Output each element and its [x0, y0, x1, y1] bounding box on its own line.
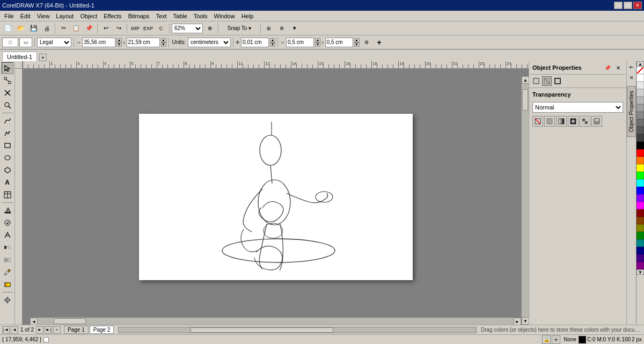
- menu-help[interactable]: Help: [238, 12, 257, 20]
- color-40percent[interactable]: [636, 104, 644, 112]
- status-lock-btn[interactable]: 🔒: [542, 335, 551, 344]
- outline-tool[interactable]: [2, 229, 13, 241]
- hscroll-right-btn[interactable]: ►: [514, 318, 521, 325]
- panel-icon-transparency[interactable]: [542, 76, 552, 86]
- color-dark-purple[interactable]: [636, 254, 644, 262]
- nudge-up[interactable]: ▲: [270, 38, 275, 42]
- new-button[interactable]: 📄: [2, 23, 14, 34]
- export-button[interactable]: EXP: [142, 23, 154, 34]
- menu-layout[interactable]: Layout: [53, 12, 77, 20]
- color-red[interactable]: [636, 149, 644, 157]
- trans-none-btn[interactable]: [532, 116, 543, 127]
- menu-table[interactable]: Table: [170, 12, 191, 20]
- nav-last-btn[interactable]: ►|: [45, 326, 52, 334]
- menu-edit[interactable]: Edit: [17, 12, 34, 20]
- blend-tool[interactable]: [2, 241, 13, 253]
- ellipse-tool[interactable]: [2, 152, 13, 164]
- color-60percent[interactable]: [636, 119, 644, 127]
- open-button[interactable]: 📂: [15, 23, 27, 34]
- more-button[interactable]: ▾: [289, 23, 301, 34]
- page-settings-btn[interactable]: ⚙: [361, 36, 372, 48]
- trans-bitmap-btn[interactable]: [591, 116, 602, 127]
- panel-icon-fill[interactable]: [531, 76, 541, 86]
- status-snap-btn[interactable]: [552, 335, 560, 344]
- rectangle-tool[interactable]: [2, 140, 13, 151]
- tab-untitled1[interactable]: Untitled-1: [2, 52, 37, 61]
- menu-file[interactable]: File: [1, 12, 17, 20]
- color-magenta[interactable]: [636, 202, 644, 209]
- polygon-tool[interactable]: [2, 164, 13, 176]
- color-eyedropper-tool[interactable]: [2, 266, 13, 278]
- copy-button[interactable]: 📋: [70, 23, 82, 34]
- x-down[interactable]: ▼: [315, 42, 320, 47]
- select-tool[interactable]: [2, 62, 13, 74]
- side-close-btn[interactable]: ✕: [627, 73, 636, 83]
- save-button[interactable]: 💾: [28, 23, 40, 34]
- maximize-button[interactable]: □: [624, 2, 632, 9]
- side-tab-label[interactable]: Object Properties: [627, 86, 636, 137]
- color-blue[interactable]: [636, 187, 644, 194]
- color-50percent[interactable]: [636, 112, 644, 119]
- menu-effects[interactable]: Effects: [100, 12, 125, 20]
- color-lime[interactable]: [636, 172, 644, 179]
- trans-fountain-btn[interactable]: [556, 116, 567, 127]
- table-tool[interactable]: [2, 189, 13, 201]
- color-dark-red[interactable]: [636, 209, 644, 217]
- nav-prev-btn[interactable]: ◄: [11, 326, 18, 334]
- width-up[interactable]: ▲: [116, 38, 122, 42]
- redo-button[interactable]: ↪: [113, 23, 125, 34]
- page-style-select[interactable]: Legal: [37, 38, 71, 47]
- vscroll-thumb[interactable]: [522, 89, 528, 111]
- x-input[interactable]: [286, 38, 314, 47]
- color-dark-yellow[interactable]: [636, 224, 644, 232]
- smart-fill-tool[interactable]: [2, 217, 13, 229]
- color-black[interactable]: [636, 142, 644, 149]
- color-cyan[interactable]: [636, 179, 644, 187]
- color-dark-cyan[interactable]: [636, 239, 644, 247]
- zoom-fit-button[interactable]: ⊕: [204, 23, 216, 34]
- nav-first-btn[interactable]: |◄: [2, 326, 10, 334]
- menu-object[interactable]: Object: [77, 12, 100, 20]
- hscroll-left-btn[interactable]: ◄: [30, 318, 38, 325]
- color-70percent[interactable]: [636, 127, 644, 134]
- h-scrollbar-bottom[interactable]: [118, 327, 477, 333]
- page-size-btn[interactable]: □: [2, 38, 18, 47]
- text-tool[interactable]: A: [2, 177, 13, 188]
- page2-tab[interactable]: Page 2: [90, 326, 114, 334]
- color-white[interactable]: [636, 74, 644, 82]
- smart-draw-tool[interactable]: [2, 127, 13, 139]
- close-button[interactable]: ✕: [633, 2, 642, 9]
- paste-button[interactable]: 📌: [83, 23, 95, 34]
- h-scrollbar-thumb-bottom[interactable]: [191, 327, 333, 333]
- trans-uniform-btn[interactable]: [544, 116, 555, 127]
- tab-add-button[interactable]: +: [39, 54, 47, 61]
- color-dark-blue[interactable]: [636, 247, 644, 254]
- color-purple[interactable]: [636, 194, 644, 202]
- menu-view[interactable]: View: [34, 12, 53, 20]
- vscroll-up-btn[interactable]: ▲: [522, 76, 529, 84]
- y-up[interactable]: ▲: [354, 38, 360, 42]
- panel-icon-outline[interactable]: [553, 76, 562, 86]
- nav-next-btn[interactable]: ►: [36, 326, 43, 334]
- color-dark-green[interactable]: [636, 232, 644, 239]
- height-up[interactable]: ▲: [161, 38, 166, 42]
- page-landscape-btn[interactable]: ▭: [19, 38, 32, 47]
- menu-text[interactable]: Text: [152, 12, 170, 20]
- cut-button[interactable]: ✂: [57, 23, 69, 34]
- color-20percent[interactable]: [636, 89, 644, 97]
- node-tool[interactable]: [2, 75, 13, 86]
- add-page-btn[interactable]: +: [374, 36, 385, 48]
- color-none[interactable]: [636, 67, 644, 74]
- trans-pattern-btn[interactable]: [580, 116, 590, 127]
- undo-button[interactable]: ↩: [100, 23, 112, 34]
- width-input[interactable]: [82, 38, 115, 47]
- y-input[interactable]: [325, 38, 353, 47]
- nav-new-page-btn[interactable]: +: [53, 326, 61, 334]
- menu-bitmaps[interactable]: Bitmaps: [125, 12, 153, 20]
- width-down[interactable]: ▼: [116, 42, 122, 47]
- x-up[interactable]: ▲: [315, 38, 320, 42]
- color-80percent[interactable]: [636, 134, 644, 142]
- color-10percent[interactable]: [636, 82, 644, 89]
- palette-scroll-down[interactable]: ▼: [636, 269, 644, 275]
- options-button[interactable]: ⚙: [276, 23, 288, 34]
